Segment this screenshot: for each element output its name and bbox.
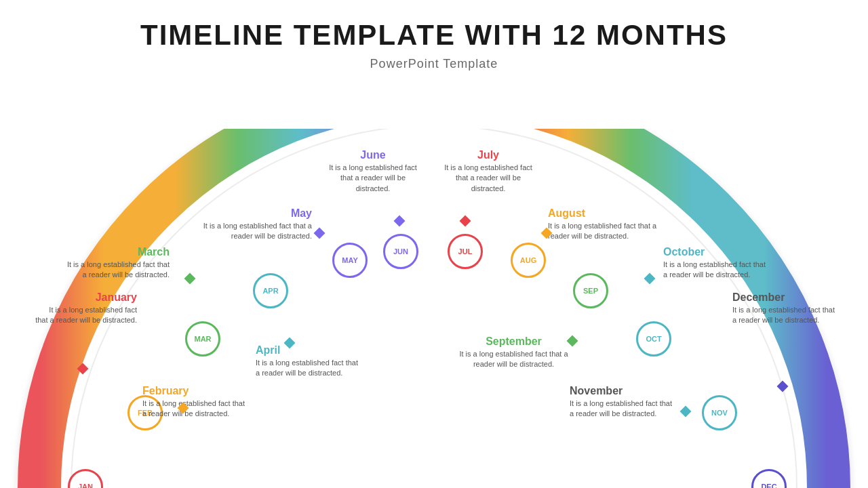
label-june: June It is a long established fact that … (326, 149, 420, 194)
month-jun: JUN (383, 234, 418, 269)
month-oct: OCT (636, 321, 671, 357)
month-jul: JUL (448, 234, 483, 269)
label-april: April It is a long established fact that… (256, 344, 361, 379)
month-may: MAY (332, 243, 368, 278)
label-march: March It is a long established fact that… (61, 246, 170, 281)
month-sep: SEP (573, 273, 608, 308)
label-february: February It is a long established fact t… (142, 385, 251, 420)
label-september: September It is a long established fact … (454, 336, 573, 370)
month-nov: NOV (702, 395, 737, 430)
month-aug: AUG (511, 243, 546, 278)
label-november: November It is a long established fact t… (570, 385, 678, 420)
subtitle: PowerPoint Template (0, 57, 868, 71)
month-apr: APR (253, 273, 288, 308)
diagram-area: JAN FEB MAR APR MAY JUN JUL AUG SEP OCT … (0, 129, 868, 488)
label-july: July It is a long established fact that … (441, 149, 536, 194)
main-title: TIMELINE TEMPLATE WITH 12 MONTHS (0, 0, 868, 52)
label-december: December It is a long established fact t… (732, 291, 841, 326)
label-august: August It is a long established fact tha… (548, 207, 660, 242)
label-may: May It is a long established fact that a… (200, 207, 312, 242)
label-october: October It is a long established fact th… (663, 246, 772, 281)
month-mar: MAR (185, 321, 220, 357)
label-january: January It is a long established fact th… (35, 291, 137, 326)
